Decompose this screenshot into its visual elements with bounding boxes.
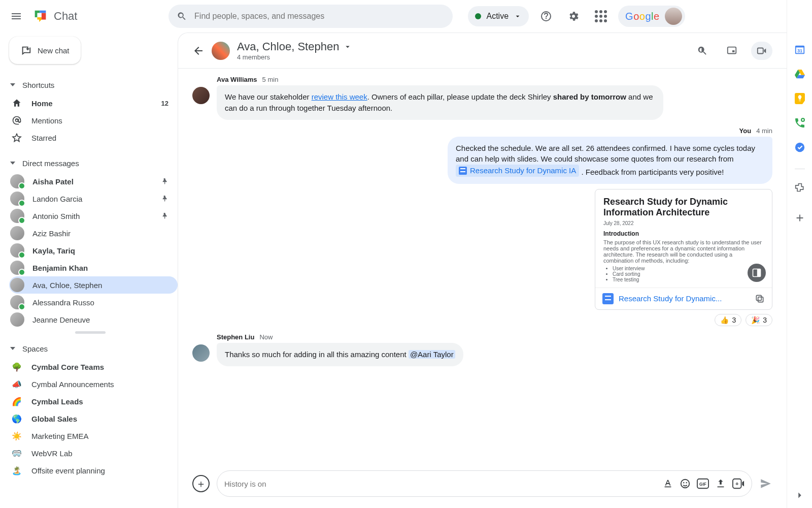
search-conversation-button[interactable] bbox=[692, 41, 713, 61]
pin-icon bbox=[160, 177, 168, 185]
upload-button[interactable] bbox=[715, 478, 726, 489]
help-button[interactable] bbox=[536, 6, 556, 26]
search-input[interactable] bbox=[194, 12, 445, 21]
nav-home[interactable]: Home 12 bbox=[9, 94, 178, 112]
doc-preview-card[interactable]: Research Study for Dynamic Information A… bbox=[595, 189, 772, 310]
space-item[interactable]: ☀️Marketing EMEA bbox=[9, 427, 178, 444]
dm-item[interactable]: Jeanne Deneuve bbox=[9, 311, 178, 328]
open-side-panel-button[interactable] bbox=[748, 264, 766, 282]
inline-link[interactable]: review this week bbox=[312, 92, 367, 101]
contact-avatar bbox=[10, 243, 24, 258]
space-name: Offsite event planning bbox=[31, 466, 105, 475]
contact-avatar bbox=[10, 295, 24, 309]
drive-app-icon[interactable] bbox=[794, 68, 806, 80]
dm-section-header[interactable]: Direct messages bbox=[9, 153, 178, 173]
user-avatar[interactable] bbox=[665, 8, 682, 25]
reaction-chip[interactable]: 🎉3 bbox=[746, 314, 772, 326]
space-name: Cymbal Leads bbox=[31, 397, 83, 406]
side-panel-rail: 31 bbox=[787, 0, 812, 508]
compose-input-container[interactable]: GIF + bbox=[217, 470, 752, 497]
contact-avatar bbox=[10, 174, 24, 188]
video-call-button[interactable] bbox=[751, 42, 772, 60]
contact-name: Landon Garcia bbox=[32, 195, 152, 203]
settings-button[interactable] bbox=[563, 6, 584, 26]
copy-link-button[interactable] bbox=[755, 294, 765, 304]
space-emoji: 🌈 bbox=[10, 397, 23, 406]
dm-item[interactable]: Landon Garcia bbox=[9, 190, 178, 207]
home-badge: 12 bbox=[161, 100, 168, 107]
spaces-list: 🌳Cymbal Core Teams📣Cymbal Announcements🌈… bbox=[9, 358, 178, 479]
product-logo[interactable]: Chat bbox=[30, 6, 77, 26]
space-item[interactable]: 🥽WebVR Lab bbox=[9, 444, 178, 462]
hide-side-panel-button[interactable] bbox=[794, 490, 805, 501]
emoji-button[interactable] bbox=[680, 478, 691, 489]
get-addons-button[interactable] bbox=[794, 212, 806, 224]
message-list[interactable]: Ava Williams5 min We have our stakeholde… bbox=[178, 69, 787, 465]
message-time: 5 min bbox=[262, 76, 279, 83]
card-footer-link[interactable]: Research Study for Dynamic... bbox=[619, 294, 750, 303]
conversation-title-button[interactable]: Ava, Chloe, Stephen bbox=[237, 40, 352, 53]
format-button[interactable] bbox=[662, 478, 673, 489]
message-bubble: We have our stakeholder review this week… bbox=[217, 85, 663, 120]
present-button[interactable] bbox=[722, 41, 742, 61]
space-item[interactable]: 📣Cymbal Announcements bbox=[9, 375, 178, 393]
reaction-chip[interactable]: 👍3 bbox=[715, 314, 741, 326]
mention-chip[interactable]: @Aari Taylor bbox=[409, 350, 455, 359]
dm-item[interactable]: Aisha Patel bbox=[9, 173, 178, 190]
space-item[interactable]: 🌈Cymbal Leads bbox=[9, 393, 178, 410]
card-title: Research Study for Dynamic Information A… bbox=[603, 197, 764, 218]
gif-button[interactable]: GIF bbox=[697, 478, 709, 489]
reaction-emoji: 👍 bbox=[720, 316, 729, 324]
contact-avatar bbox=[10, 261, 24, 275]
dm-item[interactable]: Alessandra Russo bbox=[9, 294, 178, 311]
nav-starred[interactable]: Starred bbox=[9, 129, 178, 146]
tasks-app-icon[interactable] bbox=[794, 141, 806, 153]
svg-text:31: 31 bbox=[797, 48, 802, 53]
space-item[interactable]: 🏝️Offsite event planning bbox=[9, 462, 178, 479]
contact-avatar bbox=[10, 192, 24, 206]
svg-text:+: + bbox=[735, 481, 739, 487]
send-button[interactable] bbox=[759, 477, 772, 490]
shortcuts-section-header[interactable]: Shortcuts bbox=[9, 75, 178, 94]
dm-item[interactable]: Antonio Smith bbox=[9, 207, 178, 225]
account-switcher[interactable]: Google bbox=[618, 6, 685, 27]
dm-item[interactable]: Benjamin Khan bbox=[9, 259, 178, 276]
doc-chip[interactable]: Research Study for Dynamic IA bbox=[456, 165, 579, 177]
dm-item[interactable]: Ava, Chloe, Stephen bbox=[9, 276, 178, 294]
card-heading: Introduction bbox=[603, 230, 764, 237]
contact-name: Aziz Bashir bbox=[32, 229, 168, 238]
author-name: You bbox=[739, 127, 752, 135]
shortcuts-label: Shortcuts bbox=[22, 81, 54, 89]
keep-app-icon[interactable] bbox=[794, 92, 806, 105]
dm-item[interactable]: Aziz Bashir bbox=[9, 225, 178, 242]
space-item[interactable]: 🌎Global Sales bbox=[9, 410, 178, 427]
svg-rect-5 bbox=[758, 297, 763, 302]
video-message-button[interactable]: + bbox=[732, 478, 745, 489]
add-attachment-button[interactable]: ＋ bbox=[192, 475, 210, 492]
apps-button[interactable] bbox=[591, 6, 611, 26]
spaces-section-header[interactable]: Spaces bbox=[9, 339, 178, 358]
space-item[interactable]: 🌳Cymbal Core Teams bbox=[9, 358, 178, 375]
addons-button[interactable] bbox=[794, 181, 806, 194]
status-selector[interactable]: Active bbox=[468, 6, 529, 26]
calendar-app-icon[interactable]: 31 bbox=[794, 44, 806, 56]
presence-dot-icon bbox=[475, 13, 481, 19]
space-emoji: 🌳 bbox=[10, 362, 23, 372]
compose-input[interactable] bbox=[224, 480, 656, 488]
dm-section-label: Direct messages bbox=[22, 159, 79, 168]
nav-mentions[interactable]: Mentions bbox=[9, 112, 178, 129]
svg-rect-4 bbox=[757, 269, 761, 276]
sidebar-resize-handle[interactable] bbox=[75, 331, 106, 334]
collapse-icon bbox=[10, 83, 15, 86]
message: Stephen LiuNow Thanks so much for adding… bbox=[192, 333, 772, 366]
dm-item[interactable]: Kayla, Tariq bbox=[9, 242, 178, 259]
contacts-app-icon[interactable] bbox=[794, 117, 806, 129]
new-chat-button[interactable]: New chat bbox=[9, 37, 81, 64]
main-menu-button[interactable] bbox=[4, 4, 28, 28]
back-button[interactable] bbox=[192, 45, 205, 57]
contact-name: Alessandra Russo bbox=[32, 298, 168, 307]
author-avatar[interactable] bbox=[192, 344, 210, 362]
author-avatar[interactable] bbox=[192, 87, 210, 104]
search-bar[interactable] bbox=[168, 5, 453, 28]
status-label: Active bbox=[486, 12, 509, 21]
